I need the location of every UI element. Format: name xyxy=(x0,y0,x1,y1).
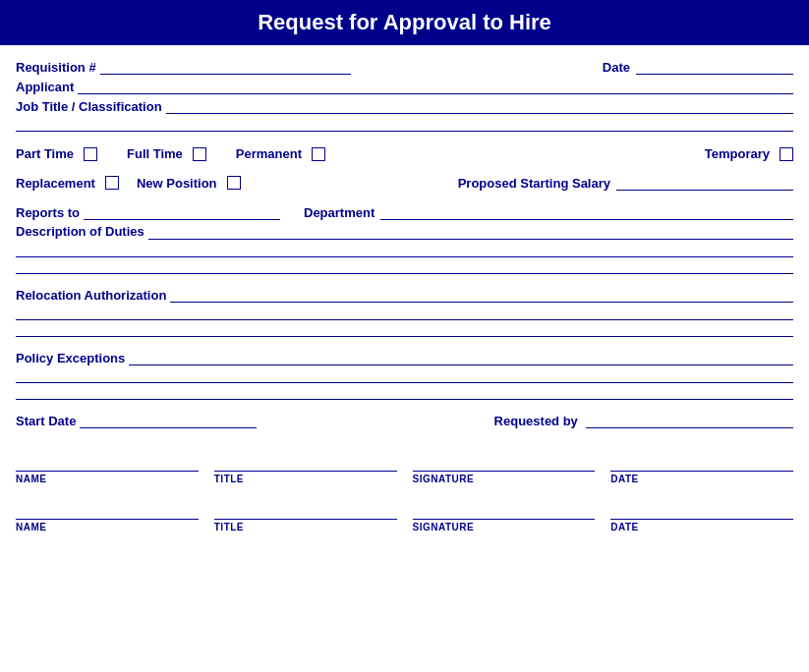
signature-row-1: NAME TITLE SIGNATURE DATE xyxy=(16,454,793,484)
sig2-title-col: TITLE xyxy=(214,502,397,532)
applicant-row: Applicant xyxy=(16,79,793,94)
description-label-row: Description of Duties xyxy=(16,224,793,240)
start-date-label: Start Date xyxy=(16,414,76,428)
form-title: Request for Approval to Hire xyxy=(258,10,551,34)
part-time-checkbox[interactable] xyxy=(84,147,97,161)
sig2-date-line[interactable] xyxy=(610,502,793,520)
relocation-label: Relocation Authorization xyxy=(16,288,166,303)
requested-by-input[interactable] xyxy=(586,413,793,428)
permanent-checkbox[interactable] xyxy=(312,147,325,161)
reports-to-input[interactable] xyxy=(84,204,280,220)
sig1-date-col: DATE xyxy=(610,454,793,484)
sig1-name-label: NAME xyxy=(16,474,46,484)
sig2-signature-line[interactable] xyxy=(413,502,596,520)
new-position-label: New Position xyxy=(137,176,217,191)
new-position-checkbox[interactable] xyxy=(227,176,241,190)
sig2-name-col: NAME xyxy=(16,502,199,532)
employment-type-row: Part Time Full Time Permanent Temporary xyxy=(16,146,793,161)
replacement-checkbox[interactable] xyxy=(105,176,119,190)
sig1-title-line[interactable] xyxy=(214,454,397,472)
sig2-signature-label: SIGNATURE xyxy=(413,522,475,532)
description-input-1[interactable] xyxy=(148,224,793,240)
requisition-input[interactable] xyxy=(100,59,352,75)
sig2-date-label: DATE xyxy=(610,522,638,532)
sig2-signature-col: SIGNATURE xyxy=(413,502,596,532)
relocation-label-row: Relocation Authorization xyxy=(16,287,793,303)
policy-input-1[interactable] xyxy=(129,350,793,365)
relocation-line3 xyxy=(16,323,793,337)
proposed-salary-input[interactable] xyxy=(616,175,793,191)
sig2-name-label: NAME xyxy=(16,522,46,532)
applicant-input[interactable] xyxy=(78,79,793,94)
sig2-date-col: DATE xyxy=(610,502,793,532)
sig1-signature-line[interactable] xyxy=(413,454,596,472)
reports-dept-row: Reports to Department xyxy=(16,204,793,220)
sig1-signature-col: SIGNATURE xyxy=(413,454,596,484)
signature-row-2: NAME TITLE SIGNATURE DATE xyxy=(16,502,793,532)
full-time-checkbox[interactable] xyxy=(193,147,206,161)
applicant-label: Applicant xyxy=(16,80,74,94)
job-title-row: Job Title / Classification xyxy=(16,98,793,114)
policy-label-row: Policy Exceptions xyxy=(16,350,793,365)
form-body: Requisition # Date Applicant Job Title /… xyxy=(0,45,809,544)
description-line3 xyxy=(16,260,793,274)
replacement-label: Replacement xyxy=(16,176,95,191)
requisition-row: Requisition # Date xyxy=(16,59,793,75)
permanent-label: Permanent xyxy=(236,146,302,161)
department-label: Department xyxy=(304,205,375,220)
sig1-date-label: DATE xyxy=(610,474,638,484)
policy-label: Policy Exceptions xyxy=(16,351,125,365)
replacement-row: Replacement New Position Proposed Starti… xyxy=(16,175,793,191)
page: Request for Approval to Hire Requisition… xyxy=(0,0,809,672)
proposed-salary-label: Proposed Starting Salary xyxy=(458,176,610,191)
sig2-title-label: TITLE xyxy=(214,522,244,532)
job-title-label: Job Title / Classification xyxy=(16,99,162,114)
policy-line3 xyxy=(16,386,793,400)
date-input[interactable] xyxy=(636,59,793,75)
reports-to-label: Reports to xyxy=(16,205,80,220)
job-title-line2 xyxy=(16,118,793,132)
requested-by-label: Requested by xyxy=(494,414,578,428)
temporary-label: Temporary xyxy=(705,146,770,161)
date-label: Date xyxy=(603,60,630,75)
department-input[interactable] xyxy=(380,204,793,220)
sig1-date-line[interactable] xyxy=(610,454,793,472)
policy-line2 xyxy=(16,369,793,383)
relocation-line2 xyxy=(16,307,793,320)
part-time-label: Part Time xyxy=(16,146,74,161)
sig1-title-col: TITLE xyxy=(214,454,397,484)
sig1-signature-label: SIGNATURE xyxy=(413,474,475,484)
sig1-title-label: TITLE xyxy=(214,474,244,484)
full-time-label: Full Time xyxy=(127,146,183,161)
sig2-title-line[interactable] xyxy=(214,502,397,520)
description-label: Description of Duties xyxy=(16,224,144,239)
requisition-label: Requisition # xyxy=(16,60,96,75)
startdate-requested-row: Start Date Requested by xyxy=(16,413,793,428)
sig1-name-col: NAME xyxy=(16,454,199,484)
relocation-input-1[interactable] xyxy=(170,287,793,303)
job-title-input[interactable] xyxy=(166,98,793,114)
sig1-name-line[interactable] xyxy=(16,454,199,472)
temporary-checkbox[interactable] xyxy=(780,147,793,161)
form-header: Request for Approval to Hire xyxy=(0,0,809,45)
description-line2 xyxy=(16,244,793,257)
sig2-name-line[interactable] xyxy=(16,502,199,520)
start-date-input[interactable] xyxy=(80,413,257,428)
